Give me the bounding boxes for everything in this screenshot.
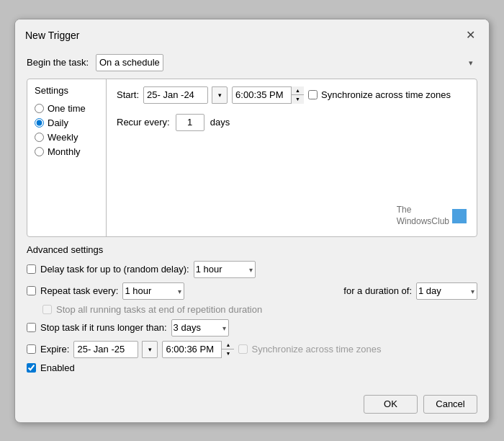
delay-select-wrapper: 1 hour 30 minutes 2 hours — [194, 261, 256, 278]
begin-task-label: Begin the task: — [27, 57, 89, 68]
stop-longer-select-wrapper: 3 days 1 day 1 hour — [171, 319, 229, 337]
sync-timezone-checkbox[interactable] — [308, 90, 318, 99]
expire-sync-label[interactable]: Synchronize across time zones — [238, 344, 381, 355]
monthly-option[interactable]: Monthly — [35, 146, 99, 157]
repeat-task-row: Repeat task every: 1 hour 30 minutes 2 h… — [27, 282, 477, 300]
begin-task-select[interactable]: On a schedule At log on At startup On id… — [96, 54, 163, 71]
enabled-row: Enabled — [27, 362, 477, 373]
stop-longer-row: Stop task if it runs longer than: 3 days… — [27, 319, 477, 337]
watermark-line1: The — [397, 205, 449, 216]
expire-date-input[interactable] — [73, 341, 138, 358]
duration-select[interactable]: 1 day 2 days Indefinitely — [416, 282, 477, 300]
sync-timezone-text: Synchronize across time zones — [321, 89, 451, 100]
sync-timezone-label[interactable]: Synchronize across time zones — [308, 89, 451, 100]
weekly-radio[interactable] — [35, 133, 44, 142]
repeat-select-wrapper: 1 hour 30 minutes 2 hours — [122, 282, 184, 300]
recur-unit-label: days — [210, 117, 230, 128]
daily-label: Daily — [48, 117, 68, 128]
settings-section: Settings One time Daily Weekly — [27, 79, 477, 237]
close-button[interactable]: ✕ — [462, 27, 479, 44]
repeat-select[interactable]: 1 hour 30 minutes 2 hours — [122, 282, 184, 300]
daily-radio[interactable] — [35, 118, 44, 128]
stop-longer-select[interactable]: 3 days 1 day 1 hour — [171, 319, 229, 337]
dialog-title: New Trigger — [25, 30, 79, 41]
delay-task-label: Delay task for up to (random delay): — [40, 264, 189, 275]
start-time-wrapper: ▲ ▼ — [232, 86, 304, 104]
stop-running-checkbox[interactable] — [42, 305, 52, 314]
expire-time-wrapper: ▲ ▼ — [162, 341, 234, 358]
stop-longer-checkbox[interactable] — [27, 323, 36, 332]
ok-button[interactable]: OK — [364, 395, 418, 414]
weekly-option[interactable]: Weekly — [35, 132, 99, 143]
stop-running-row: Stop all running tasks at end of repetit… — [42, 304, 477, 315]
enabled-checkbox[interactable] — [27, 363, 36, 373]
delay-select[interactable]: 1 hour 30 minutes 2 hours — [194, 261, 256, 278]
for-duration-group: for a duration of: 1 day 2 days Indefini… — [343, 282, 477, 300]
expire-sync-text: Synchronize across time zones — [251, 344, 381, 355]
settings-main-panel: Start: ▾ ▲ ▼ Synchronize across time zon… — [107, 79, 477, 236]
watermark-line2: WindowsClub — [397, 216, 449, 228]
recur-label: Recur every: — [117, 117, 170, 128]
watermark-text: The WindowsClub — [397, 205, 449, 227]
expire-label: Expire: — [40, 344, 69, 355]
delay-task-checkbox[interactable] — [27, 264, 36, 274]
title-bar: New Trigger ✕ — [15, 19, 489, 48]
one-time-option[interactable]: One time — [35, 103, 99, 114]
cancel-button[interactable]: Cancel — [423, 395, 477, 414]
weekly-label: Weekly — [48, 132, 78, 143]
begin-task-row: Begin the task: On a schedule At log on … — [27, 54, 477, 71]
start-date-input[interactable] — [143, 86, 208, 104]
schedule-type-group: One time Daily Weekly Monthly — [35, 103, 99, 157]
dialog-body: Begin the task: On a schedule At log on … — [15, 48, 489, 391]
expire-date-picker-button[interactable]: ▾ — [142, 341, 158, 358]
one-time-radio[interactable] — [35, 104, 44, 113]
monthly-label: Monthly — [48, 146, 81, 157]
start-date-picker-button[interactable]: ▾ — [212, 86, 228, 104]
settings-label: Settings — [35, 85, 99, 96]
expire-time-spin: ▲ ▼ — [221, 341, 234, 358]
start-label: Start: — [117, 89, 139, 100]
start-time-up-button[interactable]: ▲ — [292, 86, 304, 96]
recur-row: Recur every: days — [117, 114, 467, 131]
watermark-icon — [452, 209, 467, 223]
start-time-down-button[interactable]: ▼ — [292, 95, 304, 104]
expire-time-down-button[interactable]: ▼ — [222, 349, 234, 358]
advanced-settings-label: Advanced settings — [27, 244, 477, 255]
start-time-spin: ▲ ▼ — [291, 86, 304, 104]
begin-task-select-wrapper: On a schedule At log on At startup On id… — [96, 54, 477, 71]
expire-sync-checkbox[interactable] — [238, 344, 248, 354]
watermark: The WindowsClub — [397, 205, 467, 227]
expire-checkbox[interactable] — [27, 344, 36, 354]
duration-select-wrapper: 1 day 2 days Indefinitely — [416, 282, 477, 300]
stop-running-label: Stop all running tasks at end of repetit… — [56, 304, 262, 315]
settings-radio-panel: Settings One time Daily Weekly — [27, 79, 107, 236]
stop-longer-label: Stop task if it runs longer than: — [40, 322, 167, 333]
advanced-settings-section: Advanced settings Delay task for up to (… — [27, 244, 477, 373]
enabled-label: Enabled — [40, 362, 75, 373]
recur-value-input[interactable] — [176, 114, 204, 131]
dialog-footer: OK Cancel — [15, 391, 489, 422]
start-row: Start: ▾ ▲ ▼ Synchronize across time zon… — [117, 86, 467, 104]
expire-row: Expire: ▾ ▲ ▼ Synchronize across time zo… — [27, 341, 477, 358]
monthly-radio[interactable] — [35, 147, 44, 156]
repeat-task-label: Repeat task every: — [40, 285, 118, 296]
repeat-task-checkbox[interactable] — [27, 286, 36, 295]
one-time-label: One time — [48, 103, 86, 114]
for-duration-label: for a duration of: — [343, 285, 412, 296]
expire-time-up-button[interactable]: ▲ — [222, 341, 234, 350]
daily-option[interactable]: Daily — [35, 117, 99, 128]
new-trigger-dialog: New Trigger ✕ Begin the task: On a sched… — [14, 19, 490, 423]
delay-task-row: Delay task for up to (random delay): 1 h… — [27, 261, 477, 278]
